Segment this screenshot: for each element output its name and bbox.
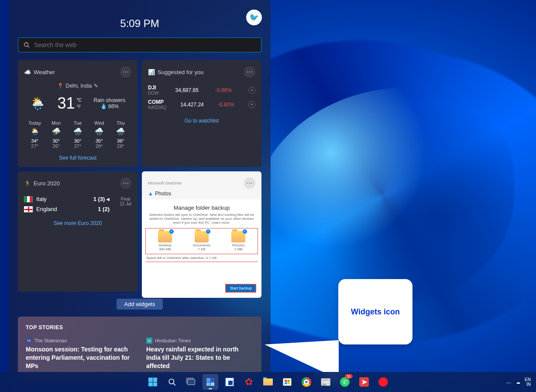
weather-icon: ☁️ [24, 69, 31, 75]
taskbar-app-todoist[interactable]: ➤ [356, 374, 372, 390]
top-stories-widget[interactable]: TOP STORIES TSThe StatesmanMonsoon sessi… [18, 317, 261, 375]
add-widgets-button[interactable]: Add widgets [117, 299, 163, 310]
space-left-label: Space left in OneDrive after selection: … [145, 254, 258, 262]
flag-icon [24, 206, 33, 212]
folder-icon [231, 231, 245, 242]
add-stock-button[interactable]: + [248, 87, 255, 94]
widgets-button[interactable] [203, 374, 218, 390]
sport-title: Euro 2020 [34, 180, 60, 187]
forecast-day[interactable]: Tue🌧️30°27° [67, 120, 88, 149]
search-input[interactable] [34, 41, 256, 48]
top-stories-heading: TOP STORIES [26, 324, 254, 331]
sport-icon: 🏃 [24, 180, 31, 187]
see-more-euro-link[interactable]: See more Euro 2020 [24, 220, 131, 226]
stocks-icon: 📊 [148, 69, 155, 75]
edit-icon[interactable]: ✎ [94, 83, 98, 89]
microsoft-store-button[interactable] [279, 374, 295, 390]
stocks-title: Suggested for you [158, 69, 204, 75]
photos-heading: Manage folder backup [145, 205, 258, 211]
file-explorer-button[interactable] [260, 374, 276, 390]
weather-title: Weather [34, 69, 55, 75]
sport-more-button[interactable]: ⋯ [120, 177, 131, 189]
weather-current-icon: 🌦️ [30, 96, 45, 111]
current-temp: 31 [58, 94, 75, 112]
folder-icon [195, 231, 209, 242]
tray-onedrive-icon[interactable]: ☁ [516, 380, 520, 385]
whatsapp-button[interactable]: ✆31 [337, 374, 353, 390]
match-status: Final 12 Jul [120, 197, 131, 206]
stocks-widget[interactable]: 📊 Suggested for you ⋯ DJIDOW34,687.85-0.… [142, 60, 261, 167]
story-item[interactable]: htHindustan TimesHeavy rainfall expected… [146, 337, 254, 370]
backup-folder[interactable]: Pictures1 MB [231, 231, 245, 251]
story-item[interactable]: TSThe StatesmanMonsoon session: Testing … [26, 337, 133, 370]
widgets-header: 5:09 PM 🐦 [15, 5, 264, 37]
sports-widget[interactable]: 🏃 Euro 2020 ⋯ Italy1 (3) ◂England1 (2) F… [18, 171, 137, 292]
taskbar[interactable]: ✿ 📰 ✆31 ➤ ︿ ☁ EN IN [0, 372, 536, 392]
region-indicator[interactable]: IN [525, 382, 531, 387]
taskbar-search-button[interactable] [164, 374, 180, 390]
opera-button[interactable] [375, 374, 391, 390]
svg-point-0 [24, 43, 28, 47]
forecast-day[interactable]: Wed🌧️35°28° [89, 120, 110, 149]
photos-subtitle: Selected folders will sync to OneDrive. … [145, 213, 258, 225]
task-view-button[interactable] [183, 374, 199, 390]
search-icon [24, 42, 30, 48]
svg-point-2 [169, 379, 174, 384]
tray-chevron-up-icon[interactable]: ︿ [506, 378, 512, 386]
backup-folder[interactable]: Documents7 KB [193, 231, 210, 251]
photos-brand: Microsoft OneDrive [148, 181, 182, 185]
weather-condition: Rain showers [93, 97, 125, 103]
unit-fahrenheit[interactable]: °F [77, 104, 82, 109]
widgets-panel: 5:09 PM 🐦 ☁️ Weather ⋯ 📍 Delhi, India ✎ … [9, 0, 271, 375]
system-tray[interactable]: ︿ ☁ EN IN [506, 377, 531, 387]
flag-icon [24, 196, 33, 202]
humidity-value: 86% [108, 103, 119, 109]
photos-icon: ▲ [148, 191, 153, 197]
team-row[interactable]: Italy1 (3) ◂ [24, 194, 110, 204]
svg-line-3 [173, 383, 175, 385]
weather-more-button[interactable]: ⋯ [120, 66, 131, 78]
taskbar-app-news[interactable]: 📰 [318, 374, 333, 390]
search-bar[interactable] [18, 37, 261, 52]
stocks-more-button[interactable]: ⋯ [244, 66, 255, 78]
humidity-icon: 💧 [100, 103, 107, 109]
language-indicator[interactable]: EN [525, 377, 531, 382]
start-backup-button[interactable]: Start backup [225, 284, 256, 293]
unit-celsius[interactable]: °C [77, 98, 82, 102]
team-row[interactable]: England1 (2) [24, 204, 110, 214]
taskbar-app-whiteboard[interactable] [222, 374, 237, 390]
start-button[interactable] [145, 374, 161, 390]
go-to-watchlist-link[interactable]: Go to watchlist [148, 118, 255, 124]
see-full-forecast-link[interactable]: See full forecast [24, 155, 131, 161]
folder-icon [158, 231, 172, 242]
backup-folder[interactable]: Desktop340 MB [158, 231, 172, 251]
photos-title: Photos [155, 191, 171, 197]
panel-time: 5:09 PM [120, 17, 159, 30]
user-avatar-button[interactable]: 🐦 [246, 10, 262, 25]
svg-line-1 [28, 46, 30, 48]
forecast-row: Today🌦️34°27°Mon⛈️30°26°Tue🌧️30°27°Wed🌧️… [24, 120, 131, 149]
taskbar-app-huawei[interactable]: ✿ [241, 374, 257, 390]
weather-location[interactable]: 📍 Delhi, India ✎ [24, 83, 131, 89]
photos-folders: Desktop340 MBDocuments7 KBPictures1 MB [145, 228, 258, 254]
weather-widget[interactable]: ☁️ Weather ⋯ 📍 Delhi, India ✎ 🌦️ 31 °C°F… [18, 60, 137, 167]
location-pin-icon: 📍 [57, 83, 64, 89]
add-stock-button[interactable]: + [248, 101, 255, 108]
photos-widget[interactable]: Microsoft OneDrive ⋯ ▲ Photos Manage fol… [142, 171, 261, 292]
stock-row[interactable]: COMPNASDAQ14,427.24-0.80%+ [148, 97, 255, 112]
stock-row[interactable]: DJIDOW34,687.85-0.86%+ [148, 83, 255, 97]
forecast-day[interactable]: Today🌦️34°27° [24, 120, 45, 149]
chrome-button[interactable] [299, 374, 314, 390]
photos-more-button[interactable]: ⋯ [244, 177, 255, 189]
forecast-day[interactable]: Mon⛈️30°26° [45, 120, 67, 149]
forecast-day[interactable]: Thu🌧️36°28° [110, 120, 131, 149]
whatsapp-badge: 31 [345, 374, 353, 378]
callout-annotation: Widgets icon [338, 279, 412, 344]
